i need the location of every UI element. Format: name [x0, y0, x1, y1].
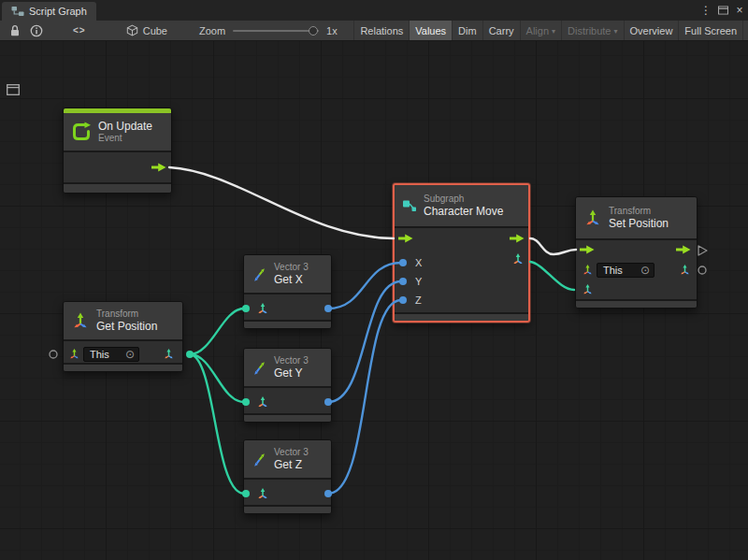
- node-title: Get Y: [274, 366, 309, 380]
- graph-target-chip[interactable]: Cube: [126, 24, 167, 36]
- code-icon: <>: [73, 25, 86, 36]
- wire-float-getx-to-x[interactable]: [328, 263, 401, 309]
- vector3-output-port[interactable]: [511, 252, 525, 266]
- dim-button[interactable]: Dim: [452, 21, 482, 40]
- this-object-field[interactable]: This ⊙: [597, 263, 654, 278]
- vector3-input-port[interactable]: [256, 302, 269, 315]
- node-header[interactable]: Vector 3 Get Z: [244, 440, 331, 478]
- code-view-button[interactable]: <>: [68, 21, 91, 40]
- button-label: Relations: [360, 25, 403, 36]
- distribute-button[interactable]: Distribute ▾: [561, 21, 623, 40]
- node-footer: [244, 415, 331, 422]
- vector3-gizmo-icon: [681, 265, 689, 274]
- wire-float-gety-to-y[interactable]: [328, 281, 401, 402]
- node-get-position[interactable]: Transform Get Position This ⊙: [63, 301, 183, 372]
- vector3-gizmo-icon: [258, 303, 266, 313]
- node-get-z[interactable]: Vector 3 Get Z: [243, 439, 332, 514]
- node-header[interactable]: Subgraph Character Move: [395, 185, 528, 226]
- graph-canvas[interactable]: On Update Event Subgraph Character Move …: [0, 41, 748, 560]
- wire-float-getz-to-z[interactable]: [328, 300, 401, 494]
- vector3-input-port[interactable]: [256, 395, 269, 409]
- wire-vector3-getposition-to-getx[interactable]: [190, 309, 244, 354]
- transform-output-port-unconnected[interactable]: [698, 266, 706, 274]
- node-title: Get X: [274, 273, 309, 286]
- transform-icon: [583, 208, 602, 227]
- flow-output-port[interactable]: [510, 234, 525, 243]
- zoom-slider-handle[interactable]: [309, 26, 318, 36]
- node-footer: [244, 322, 331, 328]
- node-header[interactable]: Transform Set Position: [576, 197, 697, 238]
- node-header[interactable]: Transform Get Position: [64, 302, 182, 339]
- zoom-slider[interactable]: [233, 24, 319, 37]
- this-input-port-unconnected[interactable]: [50, 351, 57, 358]
- node-footer: [244, 507, 331, 513]
- node-divider: [576, 238, 697, 240]
- subgraph-icon: [402, 199, 417, 212]
- window-maximize-button[interactable]: [714, 0, 731, 21]
- align-button[interactable]: Align ▾: [520, 21, 561, 40]
- carry-button[interactable]: Carry: [482, 21, 520, 40]
- button-label: Carry: [489, 25, 514, 36]
- info-icon: [30, 24, 43, 37]
- tab-label: Script Graph: [29, 6, 87, 17]
- this-field-value: This: [90, 349, 109, 360]
- object-picker-icon[interactable]: ⊙: [125, 349, 135, 360]
- relations-button[interactable]: Relations: [353, 21, 409, 40]
- vector3-input-port[interactable]: [256, 487, 269, 500]
- transform-icon: [71, 311, 90, 330]
- script-graph-icon: [11, 6, 24, 17]
- button-label: Dim: [458, 25, 477, 36]
- vector3-output-dot[interactable]: [186, 351, 194, 358]
- vector3-gizmo-icon: [258, 488, 266, 498]
- flow-input-port[interactable]: [580, 245, 595, 254]
- transform-gizmo-icon: [583, 265, 592, 274]
- node-get-y[interactable]: Vector 3 Get Y: [243, 348, 332, 423]
- tab-script-graph[interactable]: Script Graph: [2, 2, 96, 21]
- values-button[interactable]: Values: [409, 21, 452, 40]
- wire-flow-charactermove-to-setposition[interactable]: [530, 238, 576, 254]
- node-divider: [395, 226, 528, 228]
- transform-input-port[interactable]: [582, 264, 594, 276]
- node-title: On Update: [98, 120, 152, 133]
- info-button[interactable]: [25, 21, 48, 40]
- node-set-position[interactable]: Transform Set Position This ⊙: [575, 196, 698, 309]
- transform-output-port[interactable]: [679, 264, 691, 276]
- node-get-x[interactable]: Vector 3 Get X: [243, 254, 332, 329]
- toolbar-button-group: Relations Values Dim Carry Align ▾ Distr…: [353, 21, 743, 40]
- window-close-button[interactable]: ×: [731, 0, 748, 21]
- flow-input-port[interactable]: [398, 234, 413, 243]
- node-header[interactable]: Vector 3 Get X: [244, 255, 331, 293]
- wire-flow-onupdate-to-charactermove[interactable]: [169, 167, 394, 238]
- this-object-field[interactable]: This ⊙: [83, 347, 139, 362]
- vector3-output-port[interactable]: [163, 348, 175, 360]
- wire-vector3-getposition-to-getz[interactable]: [190, 354, 244, 494]
- node-character-move[interactable]: Subgraph Character Move X Y Z: [393, 183, 530, 323]
- window-menu-button[interactable]: ⋮: [698, 0, 714, 21]
- overview-button[interactable]: Overview: [624, 21, 679, 40]
- zoom-slider-track[interactable]: [233, 30, 319, 32]
- button-label: Distribute: [568, 25, 611, 36]
- node-on-update[interactable]: On Update Event: [63, 108, 172, 194]
- graph-inspector-toggle[interactable]: [5, 82, 22, 96]
- node-footer: [64, 184, 171, 193]
- transform-input-port[interactable]: [68, 348, 80, 360]
- node-header[interactable]: Vector 3 Get Y: [244, 349, 331, 386]
- node-kind: Vector 3: [274, 447, 309, 458]
- node-title: Get Position: [96, 320, 157, 333]
- lock-button[interactable]: [5, 21, 25, 40]
- flow-output-port-unconnected[interactable]: [698, 246, 707, 255]
- flow-arrow-icon: [580, 246, 595, 254]
- wire-vector3-getposition-to-gety[interactable]: [190, 354, 244, 402]
- node-header[interactable]: On Update Event: [64, 113, 171, 151]
- dropdown-arrow-icon: ▾: [552, 27, 555, 36]
- maximize-icon: [718, 6, 728, 15]
- flow-output-port[interactable]: [151, 163, 166, 172]
- cube-icon: [126, 24, 138, 36]
- node-divider: [244, 386, 331, 388]
- window-tab-bar: Script Graph ⋮ ×: [0, 0, 748, 21]
- wire-vector3-charactermove-to-setposition[interactable]: [530, 262, 574, 290]
- vector3-value-input-port[interactable]: [582, 283, 594, 295]
- object-picker-icon[interactable]: ⊙: [640, 265, 650, 276]
- flow-output-port[interactable]: [676, 245, 691, 254]
- full-screen-button[interactable]: Full Screen: [678, 21, 743, 40]
